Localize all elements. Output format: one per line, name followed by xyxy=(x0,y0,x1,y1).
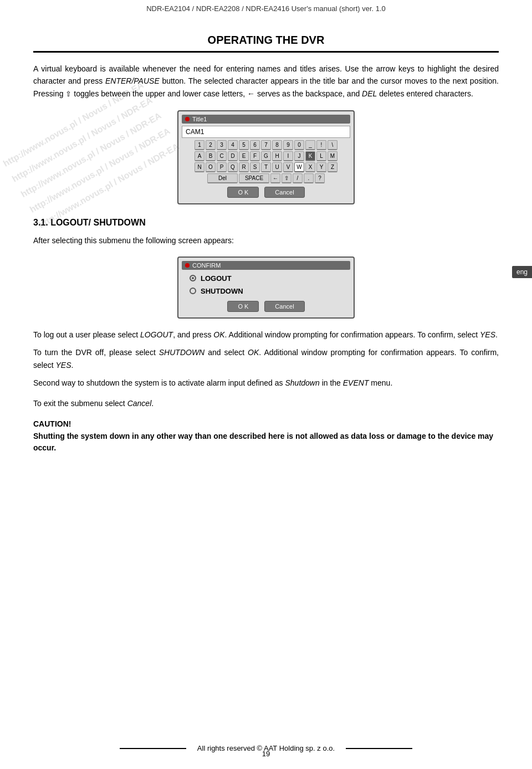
main-content: OPERATING THE DVR A virtual keyboard is … xyxy=(0,17,532,487)
kbd-key: Y xyxy=(316,162,326,172)
kbd-key: U xyxy=(272,162,282,172)
caution-title: CAUTION! xyxy=(33,419,499,428)
kbd-input-value: CAM1 xyxy=(186,128,204,136)
kbd-key: P xyxy=(217,162,227,172)
logout-italic-1: LOGOUT xyxy=(140,330,173,339)
section-title: OPERATING THE DVR xyxy=(33,34,499,53)
kbd-key-k: K xyxy=(305,151,315,161)
kbd-key: B xyxy=(206,151,216,161)
second-way-text-1: Second way to shutdown the system is to … xyxy=(33,378,285,387)
kbd-row-nz: N O P Q R S T U V W X Y Z xyxy=(182,162,350,172)
kbd-key: I xyxy=(283,151,293,161)
kbd-key: R xyxy=(239,162,249,172)
shutdown-paragraph: To turn the DVR off, please select SHUTD… xyxy=(33,346,499,371)
kbd-key-shift: ⇧ xyxy=(282,173,291,183)
after-select-para: After selecting this submenu the followi… xyxy=(33,234,499,247)
kbd-key: E xyxy=(239,151,249,161)
page-header: NDR-EA2104 / NDR-EA2208 / NDR-EA2416 Use… xyxy=(0,0,532,17)
second-way-italic-1: Shutdown xyxy=(285,378,319,387)
kbd-key: J xyxy=(294,151,304,161)
kbd-key: \ xyxy=(328,140,337,150)
confirm-btn-row: O K Cancel xyxy=(182,301,350,312)
kbd-key: 9 xyxy=(283,140,293,150)
kbd-title-label: Title1 xyxy=(192,116,207,122)
confirm-dot xyxy=(185,263,190,268)
shutdown-italic-1: SHUTDOWN xyxy=(159,348,204,357)
exit-italic-1: Cancel xyxy=(127,399,152,408)
confirm-radio-logout xyxy=(190,275,196,281)
second-way-text-2: in the xyxy=(320,378,343,387)
kbd-key: ! xyxy=(316,140,326,150)
kbd-key: 3 xyxy=(217,140,227,150)
kbd-key-space: SPACE xyxy=(239,173,269,183)
kbd-key: Q xyxy=(228,162,238,172)
kbd-ok-button[interactable]: O K xyxy=(227,187,259,198)
kbd-dot xyxy=(185,117,190,121)
kbd-row-am: A B C D E F G H I J K L M xyxy=(182,151,350,161)
kbd-key: O xyxy=(206,162,216,172)
del-italic: DEL xyxy=(362,89,377,98)
footer-line-left xyxy=(120,748,186,749)
exit-text-2: . xyxy=(151,399,154,408)
shutdown-yes-1: YES xyxy=(55,361,71,370)
kbd-input-row: CAM1 xyxy=(182,126,350,138)
kbd-key: T xyxy=(261,162,271,172)
keyboard-image: Title1 CAM1 1 2 3 4 5 6 7 8 9 0 _ ! \ xyxy=(177,110,355,204)
confirm-shutdown-label: SHUTDOWN xyxy=(201,287,243,295)
kbd-btn-row: O K Cancel xyxy=(182,187,350,198)
kbd-row-special: Del SPACE ← ⇧ / . ? xyxy=(182,173,350,183)
page-num-value: 19 xyxy=(262,750,270,758)
eng-badge: eng xyxy=(512,266,532,278)
intro-paragraph: A virtual keyboard is available whenever… xyxy=(33,63,499,100)
kbd-title-bar: Title1 xyxy=(182,115,350,124)
kbd-key: Z xyxy=(328,162,337,172)
footer-line-right xyxy=(346,748,412,749)
backspace-icon: ← xyxy=(247,88,255,100)
kbd-key: A xyxy=(195,151,204,161)
subsection-heading: 3.1. LOGOUT/ SHUTDOWN xyxy=(33,218,499,228)
intro-italic-1: ENTER/PAUSE xyxy=(105,76,160,85)
second-way-paragraph: Second way to shutdown the system is to … xyxy=(33,377,499,389)
kbd-key: _ xyxy=(305,140,315,150)
confirm-ok-button[interactable]: O K xyxy=(227,301,259,312)
kbd-key: D xyxy=(228,151,238,161)
kbd-key: N xyxy=(195,162,204,172)
page-container: NDR-EA2104 / NDR-EA2208 / NDR-EA2416 Use… xyxy=(0,0,532,769)
second-way-text-3: menu. xyxy=(369,378,392,387)
confirm-logout-label: LOGOUT xyxy=(201,274,232,283)
shutdown-ok-1: OK xyxy=(248,348,259,357)
logout-paragraph: To log out a user please select LOGOUT, … xyxy=(33,329,499,341)
logout-text-3: . Additional window prompting for confir… xyxy=(225,330,480,339)
exit-text-1: To exit the submenu select xyxy=(33,399,127,408)
shutdown-text-4: . xyxy=(71,361,73,370)
kbd-key: 4 xyxy=(228,140,238,150)
kbd-key: L xyxy=(316,151,326,161)
confirm-title-label: CONFIRM xyxy=(192,262,221,269)
caution-block: CAUTION! Shutting the system down in any… xyxy=(33,419,499,454)
header-title: NDR-EA2104 / NDR-EA2208 / NDR-EA2416 Use… xyxy=(146,4,386,13)
kbd-key: 2 xyxy=(206,140,216,150)
kbd-key-slash: / xyxy=(293,173,303,183)
intro-text-4: serves as the backspace, and xyxy=(255,89,362,98)
page-number: 19 xyxy=(0,750,532,763)
kbd-key: F xyxy=(250,151,260,161)
confirm-title-bar: CONFIRM xyxy=(182,261,350,270)
kbd-key: X xyxy=(305,162,315,172)
kbd-cancel-button[interactable]: Cancel xyxy=(264,187,304,198)
kbd-key: 0 xyxy=(294,140,304,150)
confirm-dialog-image: CONFIRM LOGOUT SHUTDOWN O K Cancel xyxy=(177,257,355,319)
intro-text-3: toggles between the upper and lower case… xyxy=(71,89,247,98)
intro-text-5: deletes entered characters. xyxy=(377,89,473,98)
kbd-row-numbers: 1 2 3 4 5 6 7 8 9 0 _ ! \ xyxy=(182,140,350,150)
kbd-key: 1 xyxy=(195,140,204,150)
caution-text: Shutting the system down in any other wa… xyxy=(33,430,499,454)
kbd-key: G xyxy=(261,151,271,161)
kbd-key: M xyxy=(328,151,337,161)
kbd-key: 5 xyxy=(239,140,249,150)
subsection-number: 3.1. xyxy=(33,218,48,227)
confirm-cancel-button[interactable]: Cancel xyxy=(264,301,304,312)
confirm-option-shutdown: SHUTDOWN xyxy=(190,287,342,295)
logout-ok-1: OK xyxy=(213,330,224,339)
confirm-option-logout: LOGOUT xyxy=(190,274,342,283)
kbd-key: 7 xyxy=(261,140,271,150)
